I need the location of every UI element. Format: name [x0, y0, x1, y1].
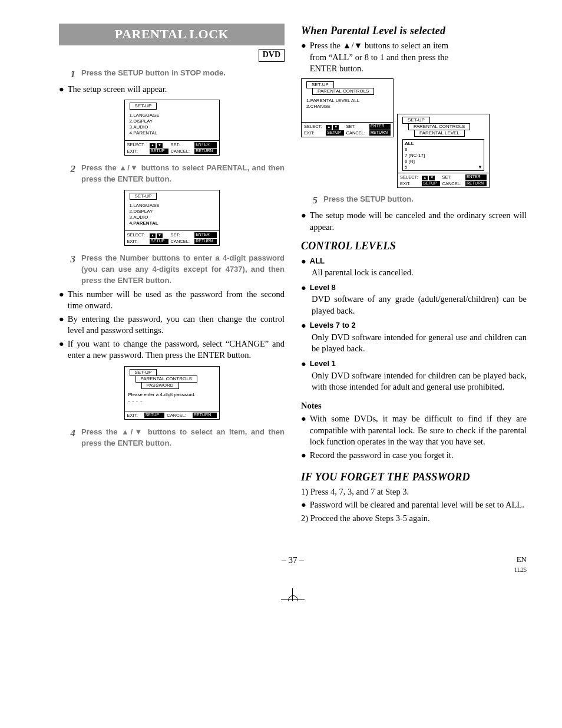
arrows-icon: ▲ ▼: [150, 232, 168, 238]
level-all: ●ALL All parental lock is cancelled.: [301, 256, 527, 279]
bullet-dot-icon: ●: [301, 413, 306, 448]
screen-footer: SELECT: ▲ ▼ SET: ENTER EXIT: SETUP CANCE…: [398, 173, 489, 187]
screen-items: 1.LANGUAGE 2.DISPLAY 3.AUDIO 4.PARENTAL: [130, 113, 217, 136]
return-button-icon: RETURN: [369, 130, 391, 136]
screen-tab: SET-UP: [130, 103, 157, 110]
level-options: ALL 8 7 [NC-17] 6 [R] 5 ▼: [402, 139, 484, 171]
level-desc: DVD software of any grade (adult/general…: [312, 294, 527, 317]
menu-item: 3.AUDIO: [130, 215, 217, 220]
setup-screen-diagram-2: SET-UP 1.LANGUAGE 2.DISPLAY 3.AUDIO 4.PA…: [124, 190, 220, 246]
bullet-text: This number will be used as the password…: [68, 289, 285, 312]
setup-button-icon: SETUP: [422, 181, 439, 186]
screen-footer: EXIT: SETUP CANCEL: RETURN: [125, 411, 219, 419]
menu-item-selected: 4.PARENTAL: [130, 220, 217, 226]
foot-set: SET:: [171, 232, 193, 238]
bullet-text: Password will be cleared and parental le…: [310, 499, 527, 511]
forget-step-2: 2) Proceed the above Steps 3-5 again.: [301, 513, 527, 525]
level-desc: Only DVD software intended for general u…: [312, 332, 527, 355]
foot-select: SELECT:: [304, 124, 323, 130]
step-number: 3: [65, 253, 75, 286]
page-footer-right: EN 1L25: [514, 554, 527, 575]
bullet-text: By entering the password, you can then c…: [68, 314, 285, 337]
enter-button-icon: ENTER: [369, 124, 391, 130]
foot-select: SELECT:: [127, 232, 148, 238]
bullet-text: The setup screen will appear.: [68, 84, 285, 95]
foot-exit: EXIT:: [127, 413, 142, 418]
screen-tab: SET-UP: [130, 193, 157, 200]
bullet-dot-icon: ●: [301, 256, 306, 268]
level-option: 5: [405, 164, 482, 170]
bullet-dot-icon: ●: [301, 320, 306, 332]
arrows-icon: ▲ ▼: [326, 124, 343, 130]
foot-cancel: CANCEL:: [167, 413, 190, 418]
setup-button-icon: SETUP: [150, 239, 168, 244]
step-number: 2: [65, 163, 75, 185]
step-3: 3 Press the Number buttons to enter a 4-…: [65, 253, 285, 286]
menu-item: 4.PARENTAL: [130, 130, 217, 136]
foot-exit: EXIT:: [304, 130, 323, 136]
when-parental-text: ● Press the ▲/▼ buttons to select an ite…: [301, 40, 448, 75]
menu-item: 3.AUDIO: [130, 124, 217, 130]
password-dots: - - - -: [128, 398, 217, 404]
setup-button-icon: SETUP: [326, 130, 343, 136]
level-title: ALL: [310, 256, 325, 268]
foot-cancel: CANCEL:: [171, 239, 193, 244]
menu-item: 2.DISPLAY: [130, 209, 217, 215]
step-1-note: ● The setup screen will appear.: [59, 84, 285, 95]
screen-subtab: PASSWORD: [141, 382, 179, 389]
enter-button-icon: ENTER: [194, 142, 216, 148]
forget-step-1: 1) Press 4, 7, 3, and 7 at Step 3.: [301, 486, 527, 498]
menu-item: 1.LANGUAGE: [130, 113, 217, 118]
screen-subtab: PARENTAL LEVEL: [414, 130, 465, 137]
return-button-icon: RETURN: [194, 239, 216, 244]
step-3-note-1: ●This number will be used as the passwor…: [59, 289, 285, 312]
step-3-note-3: ●If you want to change the password, sel…: [59, 338, 285, 361]
level-1: ●Level 1 Only DVD software intended for …: [301, 358, 527, 393]
return-button-icon: RETURN: [193, 413, 216, 418]
note-2: ●Record the password in case you forget …: [301, 450, 527, 462]
step-text: Press the ▲/▼ buttons to select PARENTAL…: [81, 163, 285, 185]
foot-cancel: CANCEL:: [346, 130, 367, 136]
bullet-dot-icon: ●: [59, 84, 64, 95]
bullet-dot-icon: ●: [301, 282, 306, 294]
foot-cancel: CANCEL:: [171, 149, 193, 154]
screen-subtab: PARENTAL CONTROLS: [312, 88, 374, 95]
bullet-dot-icon: ●: [301, 40, 306, 75]
bullet-dot-icon: ●: [59, 314, 64, 337]
step-text: Press the ▲/▼ buttons to select an item,…: [81, 427, 285, 449]
step-text: Press the SETUP button in STOP mode.: [81, 68, 226, 81]
bullet-text: Press the ▲/▼ buttons to select an item …: [310, 40, 448, 75]
enter-button-icon: ENTER: [194, 232, 216, 238]
step-5-note: ●The setup mode will be canceled and the…: [301, 210, 527, 233]
level-8: ●Level 8 DVD software of any grade (adul…: [301, 282, 527, 317]
dvd-badge: DVD: [259, 49, 285, 62]
menu-item: 2.DISPLAY: [130, 118, 217, 124]
level-option: 8: [405, 147, 482, 153]
footer-code: 1L25: [514, 566, 527, 573]
bullet-dot-icon: ●: [301, 450, 306, 462]
screen-items: 1.LANGUAGE 2.DISPLAY 3.AUDIO 4.PARENTAL: [130, 203, 217, 226]
bullet-text: Record the password in case you forget i…: [310, 450, 527, 462]
bullet-text: If you want to change the password, sele…: [68, 338, 285, 361]
bullet-text: With some DVDs, it may be difficult to f…: [310, 413, 527, 448]
screen-footer: SELECT: ▲ ▼ SET: ENTER EXIT: SETUP CANCE…: [125, 230, 219, 245]
bullet-dot-icon: ●: [59, 289, 64, 312]
forget-note: ●Password will be cleared and parental l…: [301, 499, 527, 511]
level-7-2: ●Levels 7 to 2 Only DVD software intende…: [301, 320, 527, 355]
dvd-badge-row: DVD: [59, 49, 285, 62]
parental-screens-pair: SET-UP PARENTAL CONTROLS 1.PARENTAL LEVE…: [301, 78, 527, 188]
right-column: When Parental Level is selected ● Press …: [301, 24, 527, 525]
page-columns: PARENTAL LOCK DVD 1 Press the SETUP butt…: [59, 24, 527, 525]
step-4: 4 Press the ▲/▼ buttons to select an ite…: [65, 427, 285, 449]
level-desc: Only DVD software intended for children …: [312, 370, 527, 393]
level-title: Level 1: [310, 358, 336, 370]
screen-footer: SELECT: ▲ ▼ SET: ENTER EXIT: SETUP CANCE…: [302, 122, 393, 137]
step-2: 2 Press the ▲/▼ buttons to select PARENT…: [65, 163, 285, 185]
step-number: 1: [65, 68, 75, 81]
foot-exit: EXIT:: [127, 149, 148, 154]
menu-item: 1.LANGUAGE: [130, 203, 217, 209]
level-title: Level 8: [310, 282, 336, 294]
when-parental-heading: When Parental Level is selected: [301, 24, 527, 38]
crop-mark-icon: [286, 593, 300, 601]
control-levels-heading: CONTROL LEVELS: [301, 239, 527, 253]
